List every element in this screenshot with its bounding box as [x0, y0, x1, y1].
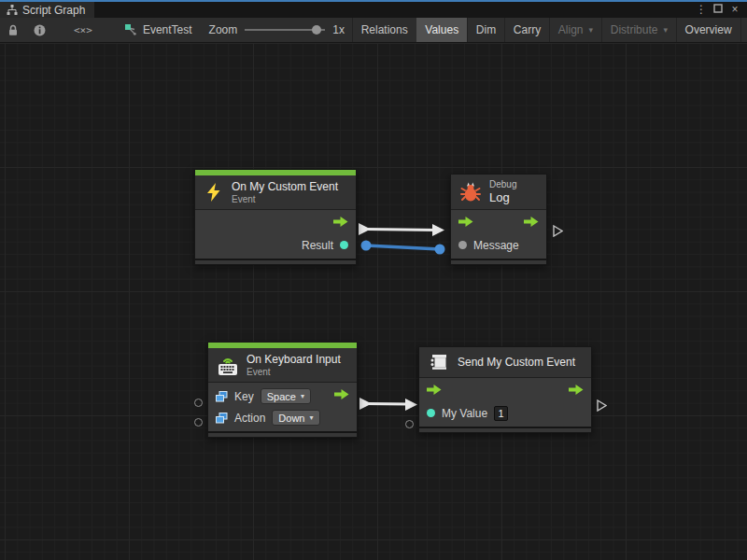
wire-value-result-to-message[interactable]	[361, 241, 445, 255]
graph-hierarchy-icon	[7, 5, 18, 16]
chevron-down-icon: ▾	[309, 413, 313, 422]
node-title: Log	[489, 190, 516, 204]
script-graph-window: Script Graph ⋮ × <×>	[0, 0, 747, 560]
node-body: Key Space ▾ Action D	[208, 383, 357, 431]
info-icon	[34, 24, 46, 36]
window-menu-icon[interactable]: ⋮	[695, 3, 708, 17]
graph-breadcrumb[interactable]: EventTest	[113, 18, 202, 42]
value-input-port[interactable]	[458, 241, 467, 249]
unconnected-control-output[interactable]	[553, 224, 563, 241]
my-value-port-label: My Value	[442, 407, 487, 420]
zoom-slider-handle[interactable]	[312, 25, 321, 35]
code-icon: <×>	[74, 24, 92, 36]
window-controls: ⋮ ×	[695, 2, 747, 18]
node-footer	[208, 431, 357, 437]
overview-button[interactable]: Overview	[677, 18, 740, 42]
fullscreen-button[interactable]: Full Screen	[740, 18, 747, 42]
node-title: On My Custom Event	[232, 180, 338, 193]
control-output-port[interactable]	[569, 385, 584, 399]
graph-toolbar: <×> EventTest Zoom 1x Relations Values	[0, 18, 747, 43]
node-title: On Keyboard Input	[247, 353, 341, 366]
message-port-label: Message	[473, 239, 519, 252]
port-row	[451, 213, 546, 234]
carry-button[interactable]: Carry	[505, 18, 549, 42]
control-output-port[interactable]	[334, 389, 349, 403]
custom-event-icon	[428, 352, 450, 372]
distribute-button[interactable]: Distribute▾	[602, 18, 676, 42]
tab-bar: Script Graph ⋮ ×	[0, 2, 747, 18]
chevron-down-icon: ▾	[663, 25, 668, 35]
node-debug-log[interactable]: Debug Log Message	[450, 174, 547, 265]
graph-name: EventTest	[143, 23, 192, 36]
key-port-label: Key	[234, 390, 254, 403]
node-on-keyboard-input[interactable]: On Keyboard Input Event Key Space ▾	[207, 342, 358, 438]
node-subtitle: Event	[232, 194, 338, 204]
action-port-label: Action	[234, 412, 265, 425]
node-subtitle: Event	[247, 367, 341, 377]
window-close-icon[interactable]: ×	[728, 3, 741, 17]
wires-layer	[0, 43, 747, 560]
action-dropdown[interactable]: Down ▾	[272, 410, 319, 426]
port-row	[195, 213, 356, 234]
port-row: Key Space ▾	[208, 385, 357, 407]
value-output-port[interactable]	[340, 241, 348, 249]
graph-asset-icon	[124, 23, 137, 36]
chevron-down-icon: ▾	[301, 392, 304, 400]
unconnected-value-input[interactable]	[194, 418, 203, 427]
tab-title: Script Graph	[22, 4, 85, 17]
dim-button[interactable]: Dim	[468, 18, 504, 42]
port-row: Message	[451, 234, 546, 256]
port-row: My Value 1	[419, 402, 591, 424]
port-row	[419, 381, 591, 402]
type-icon	[216, 391, 228, 402]
inspect-button[interactable]	[26, 18, 53, 42]
zoom-control: Zoom 1x	[202, 18, 352, 42]
wire-control-keyboard-to-sendevent[interactable]	[359, 398, 417, 411]
lightning-bolt-icon	[204, 182, 224, 203]
node-send-my-custom-event[interactable]: Send My Custom Event My Value 1	[418, 346, 592, 433]
node-body: Message	[451, 210, 546, 259]
zoom-label: Zoom	[209, 23, 238, 36]
keyboard-icon	[217, 355, 239, 376]
wire-control-customevent-to-log[interactable]	[359, 223, 444, 236]
control-output-port[interactable]	[524, 217, 539, 231]
node-header: On My Custom Event Event	[195, 175, 356, 210]
node-body: Result	[195, 210, 356, 259]
graph-canvas[interactable]: On My Custom Event Event Result	[0, 43, 747, 560]
node-title: Send My Custom Event	[458, 356, 575, 369]
control-input-port[interactable]	[458, 217, 473, 231]
bug-icon	[459, 181, 482, 203]
node-header: Debug Log	[451, 175, 546, 210]
port-row: Action Down ▾	[208, 407, 357, 428]
node-footer	[451, 259, 546, 264]
unconnected-control-output[interactable]	[597, 399, 607, 415]
zoom-value: 1x	[332, 23, 345, 36]
edit-script-button[interactable]: <×>	[53, 18, 113, 42]
node-body: My Value 1	[419, 378, 591, 427]
unconnected-value-input[interactable]	[405, 420, 414, 428]
my-value-field[interactable]: 1	[494, 406, 508, 421]
align-button[interactable]: Align▾	[550, 18, 601, 42]
values-button[interactable]: Values	[416, 18, 467, 42]
node-category: Debug	[489, 179, 516, 189]
chevron-down-icon: ▾	[589, 25, 594, 35]
key-dropdown[interactable]: Space ▾	[261, 388, 311, 404]
lock-button[interactable]	[0, 18, 26, 42]
node-header: Send My Custom Event	[419, 347, 591, 378]
toolbar-right-buttons: Relations Values Dim Carry Align▾ Distri…	[352, 18, 747, 42]
value-input-port[interactable]	[427, 409, 435, 417]
zoom-slider[interactable]	[245, 24, 325, 35]
node-footer	[195, 259, 356, 264]
control-input-port[interactable]	[427, 385, 442, 399]
node-on-my-custom-event[interactable]: On My Custom Event Event Result	[194, 169, 357, 265]
result-port-label: Result	[302, 239, 333, 252]
tab-script-graph[interactable]: Script Graph	[0, 2, 94, 18]
window-maximize-icon[interactable]	[712, 3, 725, 17]
unconnected-value-input[interactable]	[194, 399, 203, 407]
node-header: On Keyboard Input Event	[208, 348, 357, 383]
node-footer	[419, 427, 591, 432]
relations-button[interactable]: Relations	[353, 18, 416, 42]
control-output-port[interactable]	[333, 217, 348, 231]
type-icon	[216, 413, 228, 424]
lock-icon	[7, 24, 19, 36]
